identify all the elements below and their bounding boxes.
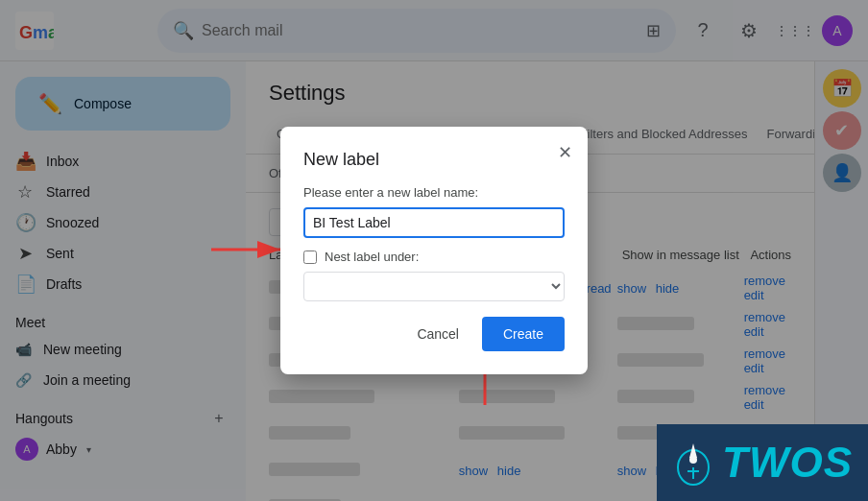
dialog-instruction: Please enter a new label name: xyxy=(303,185,565,200)
dialog-actions: Cancel Create xyxy=(303,317,565,351)
parent-label-select[interactable] xyxy=(303,272,565,301)
new-label-dialog: New label ✕ Please enter a new label nam… xyxy=(280,127,588,374)
svg-point-8 xyxy=(689,456,697,464)
watermark: TWOS xyxy=(657,424,868,501)
left-arrow-indicator xyxy=(211,235,288,264)
cancel-button[interactable]: Cancel xyxy=(401,319,474,349)
create-button[interactable]: Create xyxy=(482,317,565,351)
dialog-close-button[interactable]: ✕ xyxy=(558,142,572,163)
nest-label-checkbox[interactable] xyxy=(303,250,317,264)
watermark-logo-icon xyxy=(672,439,714,487)
nest-label-row: Nest label under: xyxy=(303,250,565,264)
nest-label-checkbox-label: Nest label under: xyxy=(325,250,419,264)
dialog-title: New label xyxy=(303,150,565,170)
watermark-text: TWOS xyxy=(722,439,853,487)
label-name-input[interactable] xyxy=(303,207,565,238)
